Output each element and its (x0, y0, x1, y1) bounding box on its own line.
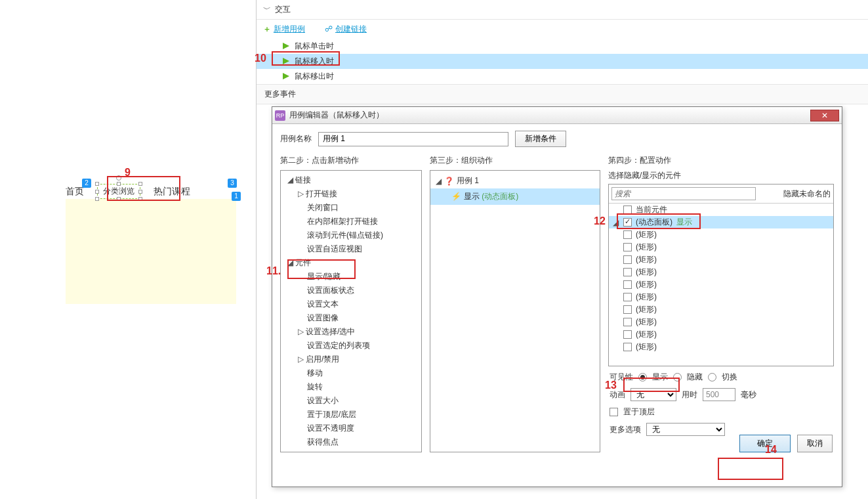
hide-unnamed-checkbox[interactable]: 隐藏未命名的 (781, 188, 831, 200)
tree-item[interactable]: 移动 (281, 366, 421, 380)
widget-row-rect[interactable]: (矩形) (609, 291, 833, 303)
nav-tab-home[interactable]: 首页 (66, 186, 84, 198)
widget-row-rect[interactable]: (矩形) (609, 278, 833, 291)
widget-row-rect[interactable]: (矩形) (609, 228, 833, 241)
tree-item[interactable]: 设置文本 (281, 297, 421, 311)
widget-row-current[interactable]: 当前元件 (609, 204, 833, 216)
tree-item[interactable]: 置于顶层/底层 (281, 408, 421, 422)
tree-item[interactable]: 在内部框架打开链接 (281, 215, 421, 228)
interactions-header[interactable]: ﹀ 交互 (257, 0, 868, 20)
widget-row-rect[interactable]: (矩形) (609, 253, 833, 266)
step4-label: 第四步：配置动作 (608, 155, 834, 166)
widget-row-rect[interactable]: (矩形) (609, 241, 833, 253)
tree-item[interactable]: ▷打开链接 (281, 187, 421, 201)
nav-tab-label: 分类浏览 (103, 186, 134, 196)
widget-list[interactable]: 隐藏未命名的 当前元件 ◢(动态面板) 显示 (矩形) (矩形) (矩形) (矩… (608, 184, 834, 366)
dialog-title: 用例编辑器（鼠标移入时） (289, 110, 384, 121)
create-link-link[interactable]: ☍创建链接 (325, 24, 367, 35)
widget-search-input[interactable] (611, 187, 756, 200)
tree-item[interactable]: 设置大小 (281, 394, 421, 408)
action-tree[interactable]: ◢链接 ▷打开链接 关闭窗口 在内部框架打开链接 滚动到元件(锚点链接) 设置自… (280, 170, 422, 452)
add-condition-button[interactable]: 新增条件 (515, 131, 566, 147)
widget-row-rect[interactable]: (矩形) (609, 341, 833, 353)
add-case-link[interactable]: ＋新增用例 (263, 24, 305, 35)
rp-icon: RP (275, 110, 285, 121)
widget-row-rect[interactable]: (矩形) (609, 328, 833, 341)
bolt-icon: ⚡ (451, 192, 461, 201)
case-actions-tree[interactable]: ◢❓用例 1 ⚡显示 (动态面板) (430, 170, 600, 452)
ok-button[interactable]: 确定 (739, 435, 791, 452)
widget-row-rect[interactable]: (矩形) (609, 316, 833, 328)
tree-item[interactable]: 设置不透明度 (281, 422, 421, 435)
tree-item[interactable]: 设置自适应视图 (281, 242, 421, 256)
more-events[interactable]: 更多事件 (257, 84, 868, 104)
close-button[interactable]: ✕ (810, 110, 839, 121)
bring-front-label: 置于顶层 (623, 406, 655, 418)
footnote-badge: 3 (228, 179, 237, 188)
event-icon (283, 73, 291, 81)
event-onclick[interactable]: 鼠标单击时 (257, 39, 868, 54)
radio-show[interactable] (638, 373, 647, 381)
tree-item[interactable]: ◢展开/折叠树节点 (281, 449, 421, 452)
s4-header: 选择隐藏/显示的元件 (608, 170, 834, 181)
duration-label: 用时 (682, 389, 697, 401)
tree-item[interactable]: 设置面板状态 (281, 284, 421, 297)
event-list: 鼠标单击时 鼠标移入时 鼠标移出时 (257, 39, 868, 84)
canvas-area: 首页 分类浏览 热门课程 2 3 1 (0, 0, 256, 499)
section-title: 交互 (275, 4, 291, 15)
cancel-button[interactable]: 取消 (797, 435, 833, 452)
footnote-badge: 2 (82, 179, 91, 188)
tree-item[interactable]: 旋转 (281, 380, 421, 394)
tree-item[interactable]: 设置图像 (281, 311, 421, 325)
animation-label: 动画 (610, 389, 625, 401)
case-name-input[interactable] (318, 132, 508, 146)
widget-row-dynamic-panel[interactable]: ◢(动态面板) 显示 (609, 216, 833, 228)
duration-input[interactable] (703, 388, 735, 401)
more-options-label: 更多选项 (610, 424, 641, 435)
case-row[interactable]: ◢❓用例 1 (430, 173, 600, 188)
event-onmouseout[interactable]: 鼠标移出时 (257, 69, 868, 84)
animation-select[interactable]: 无 (630, 388, 676, 401)
dynamic-panel-preview (66, 199, 236, 304)
case-editor-dialog: RP 用例编辑器（鼠标移入时） ✕ 用例名称 新增条件 第二步：点击新增动作 ◢… (272, 106, 842, 487)
step3-label: 第三步：组织动作 (430, 155, 600, 166)
step2-label: 第二步：点击新增动作 (280, 155, 422, 166)
link-icon: ☍ (325, 24, 333, 33)
visibility-label: 可见性 (610, 372, 633, 383)
event-icon (283, 58, 291, 66)
case-name-label: 用例名称 (280, 133, 312, 144)
chevron-down-icon: ﹀ (263, 4, 271, 15)
plus-icon: ＋ (263, 24, 271, 33)
tree-item-show-hide[interactable]: 显示/隐藏 (281, 270, 421, 284)
tree-item[interactable]: 滚动到元件(锚点链接) (281, 228, 421, 242)
tree-group-elem[interactable]: ◢元件 (281, 256, 421, 270)
footnote-badge: 1 (232, 192, 241, 201)
tree-group-link[interactable]: ◢链接 (281, 173, 421, 187)
radio-toggle[interactable] (708, 373, 716, 381)
dialog-titlebar[interactable]: RP 用例编辑器（鼠标移入时） ✕ (272, 107, 842, 124)
tree-item[interactable]: 关闭窗口 (281, 201, 421, 215)
widget-row-rect[interactable]: (矩形) (609, 266, 833, 278)
action-row[interactable]: ⚡显示 (动态面板) (430, 188, 600, 205)
tree-item[interactable]: ▷启用/禁用 (281, 353, 421, 366)
tree-item[interactable]: 获得焦点 (281, 435, 421, 449)
event-icon (283, 43, 291, 51)
nav-tab-selected[interactable]: 分类浏览 (97, 184, 140, 199)
more-options-select[interactable]: 无 (646, 423, 725, 436)
event-onmouseenter[interactable]: 鼠标移入时 (257, 54, 868, 69)
duration-unit: 毫秒 (741, 389, 756, 401)
tree-item[interactable]: ▷设置选择/选中 (281, 325, 421, 339)
bring-front-checkbox[interactable] (610, 408, 618, 416)
widget-row-rect[interactable]: (矩形) (609, 303, 833, 316)
lightbulb-icon: ❓ (444, 177, 454, 186)
radio-hide[interactable] (673, 373, 682, 381)
nav-tab-hot[interactable]: 热门课程 (154, 186, 190, 198)
tree-item[interactable]: 设置选定的列表项 (281, 339, 421, 353)
